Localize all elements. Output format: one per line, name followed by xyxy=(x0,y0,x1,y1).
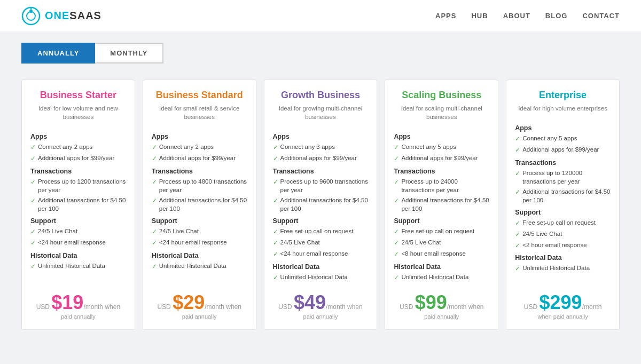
nav-about[interactable]: ABOUT xyxy=(503,12,530,20)
plan-card-growth: Growth Business Ideal for growing multi-… xyxy=(264,80,378,330)
transactions-label: Transactions xyxy=(394,168,489,175)
historical-label: Historical Data xyxy=(394,263,489,271)
feature-item: ✓ Connect any 5 apps xyxy=(515,134,611,144)
check-icon: ✓ xyxy=(30,227,36,236)
price-section: USD $99/month when paid annually xyxy=(394,293,489,320)
plan-card-enterprise: Enterprise Ideal for high volume enterpr… xyxy=(506,80,620,330)
feature-item: ✓ Additional transactions for $4.50 per … xyxy=(30,196,126,213)
historical-label: Historical Data xyxy=(30,252,126,259)
check-icon: ✓ xyxy=(394,227,399,236)
check-icon: ✓ xyxy=(152,262,157,271)
check-icon: ✓ xyxy=(394,250,399,259)
nav-hub[interactable]: HUB xyxy=(471,12,488,20)
nav-apps[interactable]: APPS xyxy=(435,12,456,20)
price-per: /month xyxy=(582,303,602,311)
apps-label: Apps xyxy=(394,133,489,140)
support-label: Support xyxy=(515,209,611,216)
plan-subtitle: Ideal for scaling multi-channel business… xyxy=(394,104,489,121)
check-icon: ✓ xyxy=(515,264,520,273)
feature-item: ✓ Connect any 5 apps xyxy=(394,143,489,152)
annually-toggle-button[interactable]: ANNUALLY xyxy=(21,43,95,64)
check-icon: ✓ xyxy=(273,239,278,248)
feature-item: ✓ Additional apps for $99/year xyxy=(515,145,611,155)
check-icon: ✓ xyxy=(30,196,36,205)
apps-label: Apps xyxy=(30,133,126,140)
logo-text: ONESAAS xyxy=(45,10,101,22)
check-icon: ✓ xyxy=(515,241,520,250)
check-icon: ✓ xyxy=(30,143,36,152)
price-display: USD $49/month when xyxy=(273,293,369,312)
price-amount: $29 xyxy=(173,291,205,313)
price-section: USD $19/month when paid annually xyxy=(30,293,126,320)
feature-item: ✓ Unlimited Historical Data xyxy=(30,262,126,271)
feature-item: ✓ Process up to 24000 transactions per y… xyxy=(394,177,489,194)
price-usd: USD xyxy=(400,303,415,311)
feature-item: ✓ 24/5 Live Chat xyxy=(273,238,369,248)
plan-card-starter: Business Starter Ideal for low volume an… xyxy=(21,80,135,330)
feature-item: ✓ Unlimited Historical Data xyxy=(273,273,369,282)
pricing-section: Business Starter Ideal for low volume an… xyxy=(0,74,641,346)
transactions-label: Transactions xyxy=(152,168,247,175)
apps-label: Apps xyxy=(152,133,247,140)
check-icon: ✓ xyxy=(273,250,278,259)
pricing-grid: Business Starter Ideal for low volume an… xyxy=(21,80,620,330)
transactions-label: Transactions xyxy=(273,168,369,175)
feature-item: ✓ Free set-up call on request xyxy=(273,227,369,236)
price-note: when paid annually xyxy=(515,313,611,320)
price-display: USD $19/month when xyxy=(30,293,126,312)
plan-subtitle: Ideal for high volume enterprises xyxy=(515,104,611,113)
check-icon: ✓ xyxy=(394,143,399,152)
check-icon: ✓ xyxy=(394,239,399,248)
feature-item: ✓ 24/5 Live Chat xyxy=(30,227,126,236)
feature-item: ✓ Connect any 2 apps xyxy=(30,143,126,152)
check-icon: ✓ xyxy=(152,154,157,163)
price-note: paid annually xyxy=(273,313,369,320)
feature-item: ✓ <24 hour email response xyxy=(30,238,126,248)
price-usd: USD xyxy=(524,303,540,311)
nav-blog[interactable]: BLOG xyxy=(545,12,568,20)
support-label: Support xyxy=(394,217,489,225)
plan-subtitle: Ideal for small retail & service busines… xyxy=(152,104,247,121)
feature-item: ✓ Additional transactions for $4.50 per … xyxy=(152,196,247,213)
support-label: Support xyxy=(30,217,126,225)
feature-item: ✓ Additional transactions for $4.50 per … xyxy=(515,187,611,204)
feature-item: ✓ Process up to 1200 transactions per ye… xyxy=(30,177,126,194)
plan-subtitle: Ideal for growing multi-channel business… xyxy=(273,104,369,121)
price-amount: $99 xyxy=(415,291,447,313)
historical-label: Historical Data xyxy=(152,252,247,259)
feature-item: ✓ Additional apps for $99/year xyxy=(394,154,489,163)
check-icon: ✓ xyxy=(273,154,278,163)
feature-item: ✓ Connect any 2 apps xyxy=(152,143,247,152)
feature-item: ✓ <24 hour email response xyxy=(152,238,247,248)
nav-contact[interactable]: CONTACT xyxy=(582,12,620,20)
feature-item: ✓ Process up to 4800 transactions per ye… xyxy=(152,177,247,194)
price-display: USD $29/month when xyxy=(152,293,247,312)
check-icon: ✓ xyxy=(273,273,278,282)
plan-body: Apps ✓ Connect any 5 apps ✓ Additional a… xyxy=(515,120,611,283)
feature-item: ✓ Additional apps for $99/year xyxy=(152,154,247,163)
feature-item: ✓ Additional transactions for $4.50 per … xyxy=(273,196,369,213)
logo-icon xyxy=(21,6,41,26)
check-icon: ✓ xyxy=(394,178,399,187)
check-icon: ✓ xyxy=(273,143,278,152)
price-section: USD $299/month when paid annually xyxy=(515,293,611,320)
check-icon: ✓ xyxy=(152,178,157,187)
feature-item: ✓ <24 hour email response xyxy=(273,249,369,259)
price-note: paid annually xyxy=(394,313,489,320)
price-per: /month when xyxy=(205,303,241,311)
plan-title: Enterprise xyxy=(515,90,611,101)
check-icon: ✓ xyxy=(273,196,278,205)
check-icon: ✓ xyxy=(152,239,157,248)
feature-item: ✓ Process up to 120000 transactions per … xyxy=(515,169,611,186)
price-display: USD $299/month xyxy=(515,293,611,312)
plan-title: Scaling Business xyxy=(394,90,489,101)
check-icon: ✓ xyxy=(30,154,36,163)
check-icon: ✓ xyxy=(273,227,278,236)
check-icon: ✓ xyxy=(515,219,520,228)
historical-label: Historical Data xyxy=(515,254,611,262)
feature-item: ✓ <8 hour email response xyxy=(394,249,489,259)
support-label: Support xyxy=(152,217,247,225)
plan-body: Apps ✓ Connect any 2 apps ✓ Additional a… xyxy=(30,129,126,283)
monthly-toggle-button[interactable]: MONTHLY xyxy=(95,43,163,64)
header: ONESAAS APPS HUB ABOUT BLOG CONTACT xyxy=(0,0,641,32)
